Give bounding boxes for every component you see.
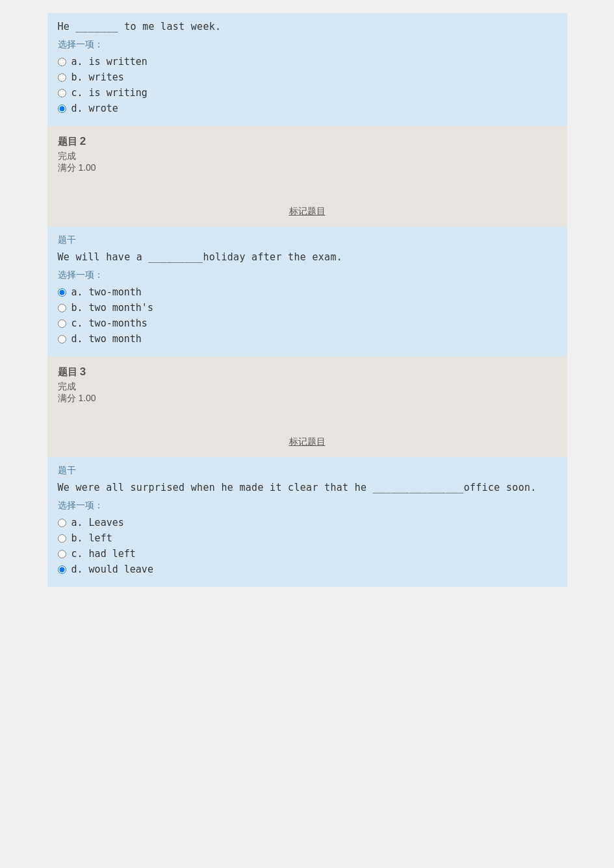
q3-mark-button[interactable]: 标记题目 (289, 436, 326, 448)
q1-option-c-label: c. is writing (71, 87, 147, 99)
list-item: a. two-month (58, 286, 557, 298)
q3-option-d-radio[interactable] (58, 565, 66, 574)
list-item: c. is writing (58, 87, 557, 99)
list-item: b. two month's (58, 302, 557, 314)
q3-question-text: We were all surprised when he made it cl… (58, 482, 557, 493)
q3-mark-area: 标记题目 (58, 430, 557, 451)
q3-option-c-radio[interactable] (58, 550, 66, 558)
q3-option-b-label: b. left (71, 532, 112, 544)
q1-option-a-radio[interactable] (58, 58, 66, 66)
list-item: d. two month (58, 333, 557, 345)
q3-number: 题目 3 (58, 366, 557, 378)
list-item: c. had left (58, 548, 557, 560)
q1-select-label: 选择一项： (58, 39, 557, 51)
q1-options-list: a. is written b. writes c. is writing d.… (58, 56, 557, 114)
q1-option-b-radio[interactable] (58, 73, 66, 82)
q3-score: 满分 1.00 (58, 393, 557, 404)
q3-status: 完成 (58, 381, 557, 393)
q2-number: 题目 2 (58, 135, 557, 148)
q1-answer-area: He _______ to me last week. 选择一项： a. is … (47, 13, 567, 126)
list-item: b. left (58, 532, 557, 544)
q2-option-b-radio[interactable] (58, 304, 66, 312)
q3-options-list: a. Leaves b. left c. had left d. would l… (58, 517, 557, 575)
q3-stem-label: 题干 (58, 465, 557, 477)
q2-mark-button[interactable]: 标记题目 (289, 206, 326, 217)
q2-option-c-radio[interactable] (58, 319, 66, 328)
q3-info-block: 题目 3 完成 满分 1.00 标记题目 (47, 356, 567, 457)
q2-option-a-label: a. two-month (71, 286, 142, 298)
q1-option-d-radio[interactable] (58, 105, 66, 113)
q2-mark-area: 标记题目 (58, 200, 557, 220)
q3-select-label: 选择一项： (58, 500, 557, 512)
list-item: d. wrote (58, 103, 557, 114)
list-item: a. is written (58, 56, 557, 68)
q2-option-d-radio[interactable] (58, 335, 66, 343)
q2-option-a-radio[interactable] (58, 288, 66, 297)
q3-answer-area: 题干 We were all surprised when he made it… (47, 457, 567, 587)
list-item: c. two-months (58, 317, 557, 329)
q3-option-a-label: a. Leaves (71, 517, 124, 528)
q2-select-label: 选择一项： (58, 269, 557, 281)
list-item: d. would leave (58, 564, 557, 575)
q2-options-list: a. two-month b. two month's c. two-month… (58, 286, 557, 345)
q1-option-d-label: d. wrote (71, 103, 118, 114)
q2-option-b-label: b. two month's (71, 302, 153, 314)
q3-option-a-radio[interactable] (58, 519, 66, 527)
q2-stem-label: 题干 (58, 234, 557, 246)
q3-option-b-radio[interactable] (58, 534, 66, 543)
q3-option-d-label: d. would leave (71, 564, 153, 575)
q1-question-text: He _______ to me last week. (58, 21, 557, 32)
page-container: He _______ to me last week. 选择一项： a. is … (0, 0, 614, 600)
q2-option-d-label: d. two month (71, 333, 142, 345)
q2-status: 完成 (58, 151, 557, 162)
list-item: a. Leaves (58, 517, 557, 528)
q2-option-c-label: c. two-months (71, 317, 147, 329)
list-item: b. writes (58, 71, 557, 83)
q2-question-text: We will have a _________holiday after th… (58, 251, 557, 263)
q1-option-c-radio[interactable] (58, 89, 66, 97)
q1-option-b-label: b. writes (71, 71, 124, 83)
q2-score: 满分 1.00 (58, 162, 557, 174)
q1-option-a-label: a. is written (71, 56, 147, 68)
q3-option-c-label: c. had left (71, 548, 136, 560)
q2-answer-area: 题干 We will have a _________holiday after… (47, 227, 567, 356)
question-block: He _______ to me last week. 选择一项： a. is … (47, 13, 567, 587)
q2-info-block: 题目 2 完成 满分 1.00 标记题目 (47, 126, 567, 227)
